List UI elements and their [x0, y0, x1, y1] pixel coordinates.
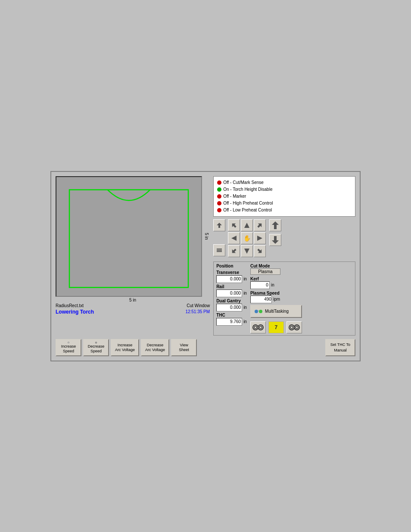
increase-arc-button[interactable]: IncreaseArc Voltage — [111, 339, 139, 356]
rail-label: Rail — [216, 284, 247, 289]
increase-arc-label: IncreaseArc Voltage — [115, 343, 135, 352]
cut-mode-value: Plasma — [250, 268, 280, 275]
main-container: 5 in 5 in RadiusRect.txt Cut Window Lowe… — [0, 0, 411, 532]
jog-right-button[interactable] — [254, 232, 266, 244]
svg-point-17 — [259, 310, 262, 313]
jog-up-button[interactable] — [241, 219, 253, 231]
bottom-toolbar: IncreaseSpeed DecreaseSpeed IncreaseArc … — [56, 339, 355, 356]
action-btn-2[interactable] — [213, 244, 225, 256]
file-info: RadiusRect.txt Cut Window — [56, 303, 210, 308]
file-name: RadiusRect.txt — [56, 303, 84, 308]
svg-rect-0 — [56, 177, 201, 296]
increase-speed-label: IncreaseSpeed — [61, 344, 76, 354]
set-thc-manual-button[interactable]: Set THC ToManual — [325, 339, 355, 356]
status-row-2: Off - Marker — [217, 193, 352, 200]
cut-window — [56, 176, 202, 297]
status-label-2: Off - Marker — [223, 193, 246, 200]
decrease-speed-icon — [93, 342, 100, 343]
view-sheet-button[interactable]: ViewSheet — [171, 339, 197, 356]
indicator-2 — [217, 194, 221, 199]
decrease-speed-button[interactable]: DecreaseSpeed — [83, 339, 109, 356]
plasma-speed-unit: ipm — [273, 297, 280, 302]
decrease-speed-label: DecreaseSpeed — [88, 344, 105, 354]
cut-mode-label: Cut Mode — [250, 264, 302, 268]
svg-marker-15 — [272, 236, 279, 244]
jog-down-button[interactable] — [241, 245, 253, 257]
position-section: Position Transverse in — [213, 261, 355, 336]
decrease-arc-button[interactable]: DecreaseArc Voltage — [141, 339, 169, 356]
jog-controls-area: ✋ — [213, 219, 355, 257]
bottom-icons-row: 7 — [250, 321, 302, 333]
svg-marker-13 — [272, 221, 279, 229]
kerf-input[interactable] — [250, 281, 270, 289]
goggle-btn-1[interactable] — [250, 321, 266, 333]
dual-gantry-unit: in — [243, 305, 247, 310]
jog-ur-button[interactable] — [254, 219, 266, 231]
indicator-1 — [217, 187, 221, 192]
svg-marker-12 — [257, 248, 263, 254]
status-label-3: Off - High Preheat Control — [223, 200, 273, 207]
cut-window-bottom-label: 5 in — [56, 298, 210, 302]
plasma-speed-input[interactable] — [250, 296, 272, 303]
rail-input[interactable] — [216, 289, 242, 297]
speed-up-button[interactable] — [269, 219, 281, 231]
jog-dr-button[interactable] — [254, 245, 266, 257]
view-sheet-label: ViewSheet — [179, 343, 189, 352]
goggle-icon-2 — [288, 323, 300, 332]
decrease-arc-label: DecreaseArc Voltage — [145, 343, 165, 352]
cut-mode-section: Cut Mode Plasma — [250, 264, 302, 275]
svg-point-16 — [255, 310, 258, 313]
status-row-3: Off - High Preheat Control — [217, 200, 352, 207]
dual-gantry-input[interactable] — [216, 304, 242, 311]
jog-dl-button[interactable] — [228, 245, 240, 257]
svg-point-20 — [258, 325, 263, 330]
right-section: Cut Mode Plasma Kerf in — [250, 264, 302, 333]
thc-unit: in — [243, 319, 247, 324]
kerf-unit: in — [271, 283, 274, 287]
svg-point-26 — [290, 326, 293, 329]
status-label-4: Off - Low Preheat Control — [223, 207, 272, 214]
plasma-speed-label: Plasma Speed — [250, 291, 302, 296]
transverse-unit: in — [243, 277, 247, 281]
kerf-section: Kerf in — [250, 277, 302, 289]
increase-speed-button[interactable]: IncreaseSpeed — [56, 339, 81, 356]
app-window: 5 in 5 in RadiusRect.txt Cut Window Lowe… — [50, 171, 361, 361]
speed-buttons — [269, 219, 281, 246]
indicator-4 — [217, 208, 221, 212]
multitasking-button[interactable]: MultiTasking — [250, 305, 302, 318]
speed-down-button[interactable] — [269, 234, 281, 246]
jog-ul-button[interactable] — [228, 219, 240, 231]
svg-marker-5 — [231, 222, 237, 228]
window-label: Cut Window — [187, 303, 210, 308]
svg-point-25 — [289, 325, 294, 330]
jog-left-button[interactable] — [228, 232, 240, 244]
rail-unit: in — [243, 291, 247, 296]
svg-point-19 — [254, 326, 257, 329]
svg-marker-1 — [217, 223, 222, 228]
svg-point-18 — [253, 325, 258, 330]
status-label-0: Off - Cut/Mark Sense — [223, 179, 264, 186]
indicator-0 — [217, 180, 221, 185]
transverse-label: Transverse — [216, 270, 247, 275]
position-fields: Position Transverse in — [216, 264, 247, 326]
thc-label: THC — [216, 313, 247, 317]
status-row-0: Off - Cut/Mark Sense — [217, 179, 352, 186]
thc-input[interactable] — [216, 318, 242, 326]
transverse-input[interactable] — [216, 275, 242, 283]
status-row-4: Off - Low Preheat Control — [217, 207, 352, 214]
indicator-3 — [217, 201, 221, 205]
status-label-1: On - Torch Height Disable — [223, 186, 272, 193]
action-btn-1[interactable] — [213, 219, 225, 231]
multitasking-icon — [254, 308, 263, 315]
svg-marker-11 — [244, 249, 249, 254]
number-btn[interactable]: 7 — [268, 321, 284, 333]
goggle-btn-2[interactable] — [286, 321, 302, 333]
cut-window-side-label: 5 in — [204, 233, 209, 240]
svg-point-27 — [294, 325, 299, 330]
goggle-icon-1 — [252, 323, 264, 332]
cut-window-container: 5 in 5 in RadiusRect.txt Cut Window Lowe… — [56, 176, 210, 336]
svg-marker-8 — [231, 236, 237, 241]
jog-center-button[interactable]: ✋ — [241, 232, 253, 244]
svg-marker-9 — [257, 236, 262, 241]
side-action-buttons — [213, 219, 225, 256]
